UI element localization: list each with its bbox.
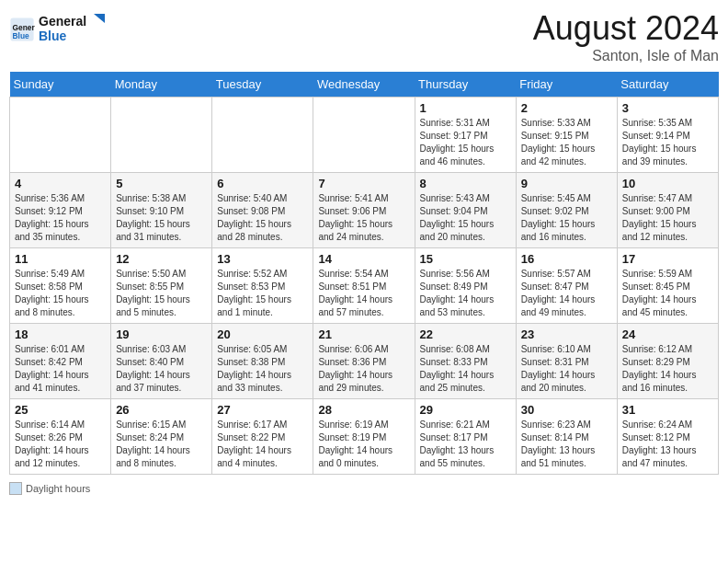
day-info: Sunrise: 6:06 AM Sunset: 8:36 PM Dayligh… xyxy=(318,343,409,395)
calendar-cell: 12Sunrise: 5:50 AM Sunset: 8:55 PM Dayli… xyxy=(111,248,212,324)
calendar-cell xyxy=(10,98,111,173)
day-info: Sunrise: 5:49 AM Sunset: 8:58 PM Dayligh… xyxy=(15,268,106,319)
day-info: Sunrise: 5:59 AM Sunset: 8:45 PM Dayligh… xyxy=(622,268,713,319)
day-number: 27 xyxy=(217,403,308,417)
day-info: Sunrise: 6:24 AM Sunset: 8:12 PM Dayligh… xyxy=(622,419,713,470)
calendar-cell: 10Sunrise: 5:47 AM Sunset: 9:00 PM Dayli… xyxy=(617,173,718,248)
calendar-cell: 24Sunrise: 6:12 AM Sunset: 8:29 PM Dayli… xyxy=(617,324,718,399)
day-info: Sunrise: 6:03 AM Sunset: 8:40 PM Dayligh… xyxy=(116,343,207,395)
svg-text:Blue: Blue xyxy=(13,31,29,40)
day-info: Sunrise: 5:47 AM Sunset: 9:00 PM Dayligh… xyxy=(622,192,713,244)
day-info: Sunrise: 6:14 AM Sunset: 8:26 PM Dayligh… xyxy=(15,419,106,470)
location-subtitle: Santon, Isle of Man xyxy=(533,48,719,64)
day-info: Sunrise: 5:56 AM Sunset: 8:49 PM Dayligh… xyxy=(420,268,511,319)
month-title: August 2024 xyxy=(533,9,719,48)
day-info: Sunrise: 6:17 AM Sunset: 8:22 PM Dayligh… xyxy=(217,419,308,470)
day-header-friday: Friday xyxy=(516,72,617,98)
calendar-table: SundayMondayTuesdayWednesdayThursdayFrid… xyxy=(9,72,719,475)
calendar-cell: 22Sunrise: 6:08 AM Sunset: 8:33 PM Dayli… xyxy=(415,324,516,399)
logo-icon: General Blue xyxy=(9,17,35,42)
day-header-wednesday: Wednesday xyxy=(313,72,415,98)
day-number: 20 xyxy=(217,327,308,341)
day-info: Sunrise: 5:41 AM Sunset: 9:06 PM Dayligh… xyxy=(318,192,409,244)
calendar-week-2: 4Sunrise: 5:36 AM Sunset: 9:12 PM Daylig… xyxy=(10,173,719,248)
day-number: 22 xyxy=(420,327,511,341)
calendar-week-3: 11Sunrise: 5:49 AM Sunset: 8:58 PM Dayli… xyxy=(10,248,719,324)
day-header-sunday: Sunday xyxy=(10,72,111,98)
calendar-cell xyxy=(212,98,313,173)
calendar-cell: 9Sunrise: 5:45 AM Sunset: 9:02 PM Daylig… xyxy=(516,173,617,248)
day-number: 9 xyxy=(521,177,612,190)
day-info: Sunrise: 5:43 AM Sunset: 9:04 PM Dayligh… xyxy=(420,192,511,244)
footer: Daylight hours xyxy=(9,482,719,495)
days-header-row: SundayMondayTuesdayWednesdayThursdayFrid… xyxy=(10,72,719,98)
day-number: 25 xyxy=(15,403,106,417)
day-header-tuesday: Tuesday xyxy=(212,72,313,98)
svg-marker-4 xyxy=(94,14,105,23)
day-info: Sunrise: 5:45 AM Sunset: 9:02 PM Dayligh… xyxy=(521,192,612,244)
calendar-cell: 6Sunrise: 5:40 AM Sunset: 9:08 PM Daylig… xyxy=(212,173,313,248)
calendar-cell: 13Sunrise: 5:52 AM Sunset: 8:53 PM Dayli… xyxy=(212,248,313,324)
day-info: Sunrise: 6:12 AM Sunset: 8:29 PM Dayligh… xyxy=(622,343,713,395)
day-number: 12 xyxy=(116,252,207,266)
day-info: Sunrise: 5:57 AM Sunset: 8:47 PM Dayligh… xyxy=(521,268,612,319)
title-area: August 2024 Santon, Isle of Man xyxy=(533,9,719,64)
day-number: 3 xyxy=(622,101,713,115)
day-info: Sunrise: 5:33 AM Sunset: 9:15 PM Dayligh… xyxy=(521,117,612,168)
day-info: Sunrise: 6:15 AM Sunset: 8:24 PM Dayligh… xyxy=(116,419,207,470)
day-info: Sunrise: 6:05 AM Sunset: 8:38 PM Dayligh… xyxy=(217,343,308,395)
calendar-cell: 18Sunrise: 6:01 AM Sunset: 8:42 PM Dayli… xyxy=(10,324,111,399)
calendar-cell: 11Sunrise: 5:49 AM Sunset: 8:58 PM Dayli… xyxy=(10,248,111,324)
calendar-cell: 15Sunrise: 5:56 AM Sunset: 8:49 PM Dayli… xyxy=(415,248,516,324)
day-info: Sunrise: 5:38 AM Sunset: 9:10 PM Dayligh… xyxy=(116,192,207,244)
calendar-week-5: 25Sunrise: 6:14 AM Sunset: 8:26 PM Dayli… xyxy=(10,399,719,475)
logo-text: General Blue xyxy=(39,9,112,50)
daylight-box xyxy=(9,482,22,495)
calendar-cell: 17Sunrise: 5:59 AM Sunset: 8:45 PM Dayli… xyxy=(617,248,718,324)
daylight-legend: Daylight hours xyxy=(9,482,90,495)
calendar-cell: 21Sunrise: 6:06 AM Sunset: 8:36 PM Dayli… xyxy=(313,324,415,399)
day-info: Sunrise: 5:40 AM Sunset: 9:08 PM Dayligh… xyxy=(217,192,308,244)
calendar-cell: 20Sunrise: 6:05 AM Sunset: 8:38 PM Dayli… xyxy=(212,324,313,399)
day-info: Sunrise: 6:23 AM Sunset: 8:14 PM Dayligh… xyxy=(521,419,612,470)
day-header-saturday: Saturday xyxy=(617,72,718,98)
day-header-monday: Monday xyxy=(111,72,212,98)
page-header: General Blue General Blue August 2024 Sa… xyxy=(9,9,719,64)
day-number: 30 xyxy=(521,403,612,417)
calendar-cell: 27Sunrise: 6:17 AM Sunset: 8:22 PM Dayli… xyxy=(212,399,313,475)
day-number: 17 xyxy=(622,252,713,266)
day-number: 26 xyxy=(116,403,207,417)
day-number: 15 xyxy=(420,252,511,266)
day-number: 23 xyxy=(521,327,612,341)
calendar-cell: 14Sunrise: 5:54 AM Sunset: 8:51 PM Dayli… xyxy=(313,248,415,324)
day-number: 28 xyxy=(318,403,409,417)
calendar-cell: 7Sunrise: 5:41 AM Sunset: 9:06 PM Daylig… xyxy=(313,173,415,248)
day-number: 21 xyxy=(318,327,409,341)
calendar-cell: 23Sunrise: 6:10 AM Sunset: 8:31 PM Dayli… xyxy=(516,324,617,399)
day-number: 2 xyxy=(521,101,612,115)
calendar-cell: 29Sunrise: 6:21 AM Sunset: 8:17 PM Dayli… xyxy=(415,399,516,475)
day-number: 19 xyxy=(116,327,207,341)
logo: General Blue General Blue xyxy=(9,9,112,50)
day-number: 13 xyxy=(217,252,308,266)
calendar-week-1: 1Sunrise: 5:31 AM Sunset: 9:17 PM Daylig… xyxy=(10,98,719,173)
calendar-cell: 28Sunrise: 6:19 AM Sunset: 8:19 PM Dayli… xyxy=(313,399,415,475)
day-info: Sunrise: 5:50 AM Sunset: 8:55 PM Dayligh… xyxy=(116,268,207,319)
day-number: 31 xyxy=(622,403,713,417)
day-number: 11 xyxy=(15,252,106,266)
day-info: Sunrise: 6:10 AM Sunset: 8:31 PM Dayligh… xyxy=(521,343,612,395)
day-number: 29 xyxy=(420,403,511,417)
calendar-cell: 3Sunrise: 5:35 AM Sunset: 9:14 PM Daylig… xyxy=(617,98,718,173)
svg-text:General: General xyxy=(39,14,86,29)
calendar-cell: 26Sunrise: 6:15 AM Sunset: 8:24 PM Dayli… xyxy=(111,399,212,475)
day-number: 18 xyxy=(15,327,106,341)
calendar-cell: 25Sunrise: 6:14 AM Sunset: 8:26 PM Dayli… xyxy=(10,399,111,475)
day-header-thursday: Thursday xyxy=(415,72,516,98)
day-number: 6 xyxy=(217,177,308,190)
calendar-week-4: 18Sunrise: 6:01 AM Sunset: 8:42 PM Dayli… xyxy=(10,324,719,399)
calendar-cell: 16Sunrise: 5:57 AM Sunset: 8:47 PM Dayli… xyxy=(516,248,617,324)
day-number: 16 xyxy=(521,252,612,266)
calendar-cell xyxy=(111,98,212,173)
day-number: 5 xyxy=(116,177,207,190)
calendar-cell xyxy=(313,98,415,173)
